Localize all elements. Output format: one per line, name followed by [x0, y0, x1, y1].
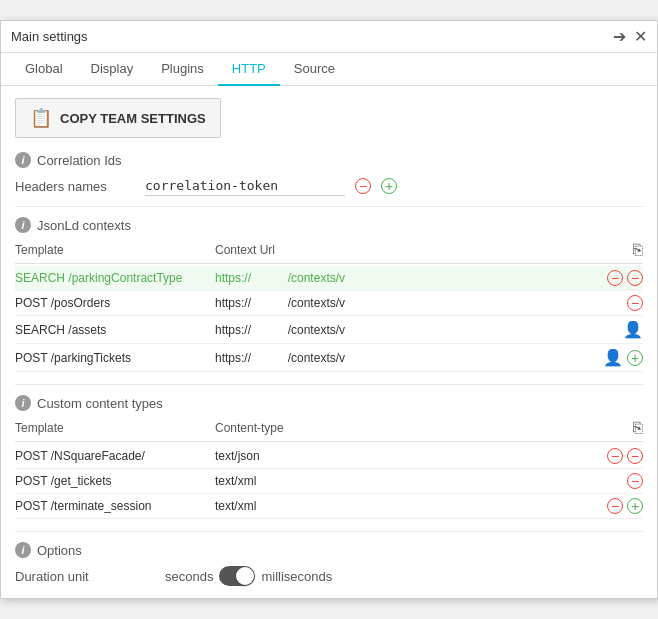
- tab-global[interactable]: Global: [11, 53, 77, 86]
- jsonld-row2-minus[interactable]: −: [627, 295, 643, 311]
- custom-copy-icon[interactable]: ⎘: [633, 419, 643, 437]
- custom-copy-header: ⎘: [583, 419, 643, 437]
- table-row: POST /terminate_session text/xml − +: [15, 494, 643, 519]
- jsonld-row3-actions: 👤: [583, 320, 643, 339]
- table-row: POST /posOrders https:// /contexts/v −: [15, 291, 643, 316]
- pin-icon[interactable]: ➔: [613, 27, 626, 46]
- toggle-right-label: milliseconds: [261, 569, 332, 584]
- custom-row1-minus[interactable]: −: [607, 448, 623, 464]
- jsonld-row3-url: https:// /contexts/v: [215, 323, 583, 337]
- jsonld-row4-template: POST /parkingTickets: [15, 351, 215, 365]
- custom-row3-plus[interactable]: +: [627, 498, 643, 514]
- jsonld-row4-url: https:// /contexts/v: [215, 351, 583, 365]
- clipboard-icon: 📋: [30, 107, 52, 129]
- jsonld-label: JsonLd contexts: [37, 218, 131, 233]
- jsonld-row1-minus2[interactable]: −: [627, 270, 643, 286]
- jsonld-row3-person[interactable]: 👤: [623, 320, 643, 339]
- jsonld-row4-actions: 👤 +: [583, 348, 643, 367]
- custom-col-type-header: Content-type: [215, 421, 583, 435]
- custom-row3-actions: − +: [583, 498, 643, 514]
- title-bar-actions: ➔ ✕: [613, 27, 647, 46]
- correlation-plus-btn[interactable]: +: [381, 178, 397, 194]
- main-window: Main settings ➔ ✕ Global Display Plugins…: [0, 20, 658, 599]
- jsonld-info-icon: i: [15, 217, 31, 233]
- jsonld-table: Template Context Url ⎘ SEARCH /parkingCo…: [15, 241, 643, 372]
- duration-label: Duration unit: [15, 569, 135, 584]
- headers-names-input[interactable]: [145, 176, 345, 196]
- close-icon[interactable]: ✕: [634, 27, 647, 46]
- custom-content-header: i Custom content types: [15, 395, 643, 411]
- jsonld-copy-header: ⎘: [583, 241, 643, 259]
- tab-http[interactable]: HTTP: [218, 53, 280, 86]
- jsonld-col-url-header: Context Url: [215, 243, 583, 257]
- divider-1: [15, 206, 643, 207]
- tab-plugins[interactable]: Plugins: [147, 53, 218, 86]
- custom-content-table: Template Content-type ⎘ POST /NSquareFac…: [15, 419, 643, 519]
- table-row: POST /parkingTickets https:// /contexts/…: [15, 344, 643, 372]
- correlation-minus-btn[interactable]: −: [355, 178, 371, 194]
- jsonld-row3-template: SEARCH /assets: [15, 323, 215, 337]
- jsonld-col-template-header: Template: [15, 243, 215, 257]
- jsonld-row4-plus[interactable]: +: [627, 350, 643, 366]
- jsonld-row4-person[interactable]: 👤: [603, 348, 623, 367]
- toggle-knob: [236, 567, 254, 585]
- copy-team-settings-button[interactable]: 📋 COPY TEAM SETTINGS: [15, 98, 221, 138]
- content-area: 📋 COPY TEAM SETTINGS i Correlation Ids H…: [1, 86, 657, 598]
- jsonld-row1-actions: − −: [583, 270, 643, 286]
- custom-row1-type: text/json: [215, 449, 583, 463]
- options-info-icon: i: [15, 542, 31, 558]
- options-label: Options: [37, 543, 82, 558]
- custom-row1-actions: − −: [583, 448, 643, 464]
- custom-row2-type: text/xml: [215, 474, 583, 488]
- jsonld-row2-url: https:// /contexts/v: [215, 296, 583, 310]
- jsonld-table-header: Template Context Url ⎘: [15, 241, 643, 264]
- correlation-ids-header: i Correlation Ids: [15, 152, 643, 168]
- jsonld-row1-minus[interactable]: −: [607, 270, 623, 286]
- duration-row: Duration unit seconds milliseconds: [15, 566, 643, 586]
- custom-row1-template: POST /NSquareFacade/: [15, 449, 215, 463]
- custom-row2-template: POST /get_tickets: [15, 474, 215, 488]
- jsonld-row2-actions: −: [583, 295, 643, 311]
- table-row: SEARCH /assets https:// /contexts/v 👤: [15, 316, 643, 344]
- jsonld-header: i JsonLd contexts: [15, 217, 643, 233]
- headers-names-row: Headers names − +: [15, 176, 643, 196]
- table-row: SEARCH /parkingContractType https:// /co…: [15, 266, 643, 291]
- copy-button-label: COPY TEAM SETTINGS: [60, 111, 206, 126]
- jsonld-row2-template: POST /posOrders: [15, 296, 215, 310]
- window-title: Main settings: [11, 29, 88, 44]
- options-header: i Options: [15, 542, 643, 558]
- correlation-ids-label: Correlation Ids: [37, 153, 122, 168]
- custom-row3-type: text/xml: [215, 499, 583, 513]
- tab-bar: Global Display Plugins HTTP Source: [1, 53, 657, 86]
- custom-row3-template: POST /terminate_session: [15, 499, 215, 513]
- custom-content-table-header: Template Content-type ⎘: [15, 419, 643, 442]
- jsonld-row1-template: SEARCH /parkingContractType: [15, 271, 215, 285]
- duration-toggle-container: seconds milliseconds: [165, 566, 332, 586]
- jsonld-copy-icon[interactable]: ⎘: [633, 241, 643, 259]
- correlation-info-icon: i: [15, 152, 31, 168]
- custom-row3-minus[interactable]: −: [607, 498, 623, 514]
- tab-display[interactable]: Display: [77, 53, 148, 86]
- tab-source[interactable]: Source: [280, 53, 349, 86]
- custom-col-template-header: Template: [15, 421, 215, 435]
- divider-2: [15, 384, 643, 385]
- toggle-left-label: seconds: [165, 569, 213, 584]
- jsonld-row1-url: https:// /contexts/v: [215, 271, 583, 285]
- duration-toggle[interactable]: [219, 566, 255, 586]
- custom-row2-actions: −: [583, 473, 643, 489]
- table-row: POST /NSquareFacade/ text/json − −: [15, 444, 643, 469]
- title-bar: Main settings ➔ ✕: [1, 21, 657, 53]
- headers-names-label: Headers names: [15, 179, 135, 194]
- custom-row2-minus[interactable]: −: [627, 473, 643, 489]
- table-row: POST /get_tickets text/xml −: [15, 469, 643, 494]
- custom-content-label: Custom content types: [37, 396, 163, 411]
- custom-content-info-icon: i: [15, 395, 31, 411]
- divider-3: [15, 531, 643, 532]
- custom-row1-minus2[interactable]: −: [627, 448, 643, 464]
